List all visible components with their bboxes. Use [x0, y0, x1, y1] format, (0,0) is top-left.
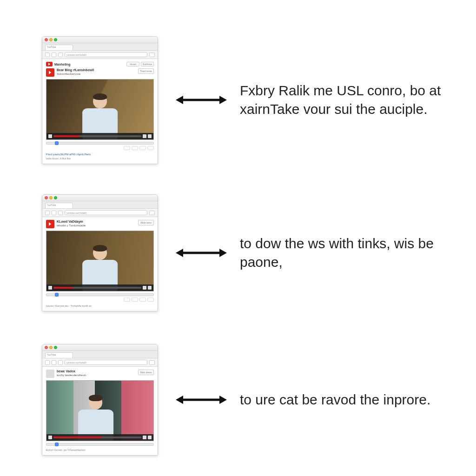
browser-tabbar: YouTube [42, 351, 158, 358]
dislike-button[interactable] [132, 146, 138, 150]
fullscreen-button[interactable] [148, 436, 152, 439]
reload-button[interactable] [58, 211, 63, 215]
close-icon[interactable] [45, 38, 48, 41]
channel-avatar-icon[interactable] [46, 370, 54, 378]
channel-avatar-icon[interactable] [46, 220, 54, 228]
buffer-bar[interactable] [46, 142, 154, 145]
fullscreen-button[interactable] [148, 134, 152, 138]
header-button-1[interactable]: Inload [126, 62, 139, 66]
play-button[interactable] [48, 286, 52, 290]
channel-avatar-icon[interactable] [46, 68, 54, 77]
maximize-icon[interactable] [54, 346, 57, 349]
subscribe-button[interactable]: Wals deess [138, 370, 154, 375]
bidirectional-arrow-icon [176, 393, 227, 406]
more-button[interactable] [147, 146, 154, 150]
diagram-row-2: YouTube youtube.com/watch KLuwd VaDdaym … [42, 194, 442, 311]
seek-bar[interactable] [53, 135, 141, 137]
close-icon[interactable] [45, 196, 48, 199]
subscribe-button[interactable]: Wele www [138, 220, 154, 225]
video-player[interactable] [46, 380, 154, 441]
browser-window-2: YouTube youtube.com/watch KLuwd VaDdaym … [42, 194, 158, 311]
reload-button[interactable] [58, 53, 63, 57]
video-title: bewe Vadox [57, 370, 86, 373]
browser-menu-button[interactable] [149, 53, 155, 57]
minimize-icon[interactable] [49, 38, 53, 41]
volume-button[interactable] [143, 134, 146, 138]
video-meta-link[interactable]: Flord paulsJbLPM aPM t Aprib Periv [46, 152, 154, 156]
browser-window-3: YouTube youtube.com/watch bewe Vadox auc… [42, 344, 158, 456]
minimize-icon[interactable] [49, 196, 53, 199]
video-actions [46, 298, 154, 302]
video-player[interactable] [46, 79, 154, 140]
close-icon[interactable] [45, 346, 48, 349]
subscribe-button[interactable]: Tised imme [138, 68, 154, 74]
browser-tab[interactable]: YouTube [45, 45, 73, 50]
play-button[interactable] [48, 436, 52, 439]
buffer-knob[interactable] [55, 443, 59, 446]
svg-marker-2 [219, 96, 227, 104]
volume-button[interactable] [143, 436, 146, 439]
seek-bar[interactable] [53, 287, 141, 289]
volume-button[interactable] [143, 286, 146, 290]
channel-meta: Bear Bing rfLansinbewll Subscribedveryon… [57, 68, 94, 76]
url-input[interactable]: youtube.com/watch [65, 52, 147, 57]
window-titlebar [42, 195, 158, 201]
fullscreen-button[interactable] [148, 286, 152, 290]
caption-text-2: to dow the ws with tinks, wis be paone, [240, 234, 442, 271]
more-button[interactable] [147, 298, 154, 302]
browser-tab[interactable]: YouTube [45, 203, 73, 208]
maximize-icon[interactable] [54, 196, 57, 199]
minimize-icon[interactable] [49, 346, 53, 349]
video-presenter [75, 93, 125, 139]
site-title: Manhellng [54, 63, 71, 66]
buffer-bar[interactable] [46, 293, 154, 296]
url-input[interactable]: youtube.com/watch [65, 360, 147, 365]
browser-menu-button[interactable] [149, 211, 155, 215]
reload-button[interactable] [58, 360, 63, 365]
buffer-knob[interactable] [55, 141, 59, 145]
channel-row: KLuwd VaDdaym tetrodst y Tumlonntadie We… [46, 220, 154, 228]
share-button[interactable] [139, 146, 146, 150]
like-button[interactable] [124, 298, 130, 302]
buffer-bar[interactable] [46, 443, 154, 446]
back-button[interactable] [45, 53, 50, 57]
video-title: Bear Bing rfLansinbewll [57, 68, 94, 72]
browser-menu-button[interactable] [149, 360, 155, 365]
youtube-logo-icon[interactable] [46, 62, 53, 66]
url-input[interactable]: youtube.com/watch [65, 210, 147, 215]
forward-button[interactable] [52, 53, 56, 57]
video-presenter [75, 244, 125, 291]
buffer-knob[interactable] [55, 293, 59, 297]
channel-subtitle: auchy laadeodendrievin [57, 373, 86, 377]
caption-text-1: Fxbry Ralik me USL conro, bo at xairnTak… [240, 81, 442, 119]
svg-marker-4 [176, 249, 183, 257]
channel-subtitle: tetrodst y Tumlonntadie [57, 224, 86, 227]
forward-button[interactable] [52, 211, 56, 215]
channel-meta: KLuwd VaDdaym tetrodst y Tumlonntadie [57, 220, 86, 227]
svg-marker-5 [219, 249, 227, 257]
back-button[interactable] [45, 360, 50, 365]
video-player[interactable] [46, 231, 154, 291]
channel-row: bewe Vadox auchy laadeodendrievin Wals d… [46, 370, 154, 378]
forward-button[interactable] [52, 360, 56, 365]
back-button[interactable] [45, 211, 50, 215]
bidirectional-arrow-icon [176, 246, 227, 259]
browser-tab[interactable]: YouTube [45, 352, 73, 358]
channel-subtitle: Subscribedveryone [57, 72, 94, 76]
seek-bar[interactable] [53, 436, 141, 438]
channel-meta: bewe Vadox auchy laadeodendrievin [57, 370, 86, 377]
like-button[interactable] [124, 146, 130, 150]
site-header: Manhellng Inload Sublimes [46, 62, 154, 66]
player-controls [46, 434, 153, 441]
bidirectional-arrow-icon [176, 93, 227, 106]
share-button[interactable] [139, 298, 146, 302]
header-button-2[interactable]: Sublimes [141, 62, 154, 66]
play-button[interactable] [48, 134, 52, 138]
video-meta-text: batlw Ittcorn. A Mus firer [46, 157, 154, 160]
window-titlebar [42, 344, 158, 351]
page-content: Manhellng Inload Sublimes Bear Bing rfLa… [42, 59, 158, 164]
maximize-icon[interactable] [54, 38, 57, 41]
svg-marker-8 [219, 396, 227, 404]
dislike-button[interactable] [132, 298, 138, 302]
player-controls [46, 133, 153, 139]
